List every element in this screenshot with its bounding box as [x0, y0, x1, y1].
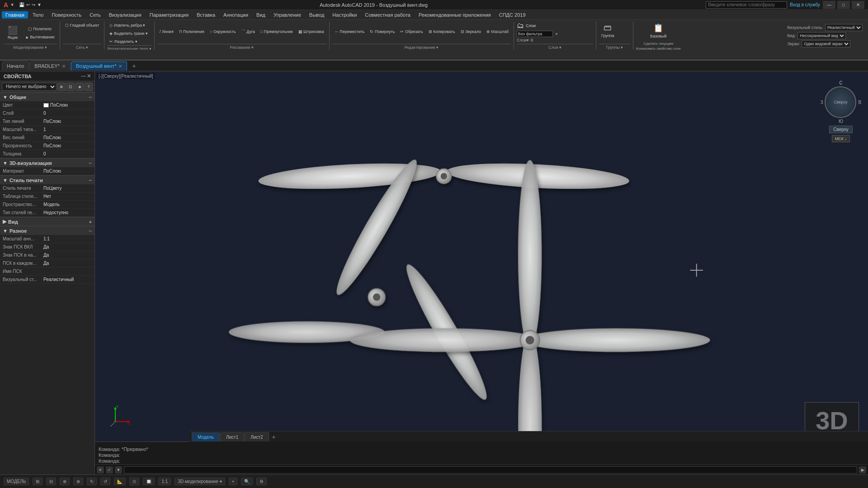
view-select[interactable]: Несохраненный вид [797, 32, 846, 39]
props-section-view[interactable]: ▶ Вид + [0, 217, 94, 226]
quick-access-undo[interactable]: ↩ [26, 2, 30, 7]
close-button[interactable]: ✕ [852, 1, 864, 9]
props-select-all[interactable]: ◈ [75, 83, 84, 91]
3d-collapse[interactable]: − [89, 160, 92, 166]
ribbon-btn-move[interactable]: ↔ Переместить [332, 28, 367, 35]
visual-style-select[interactable]: Реалистичный [825, 24, 863, 31]
misc-collapse[interactable]: − [89, 228, 92, 234]
ribbon-btn-copy-props[interactable]: Копировать свойства слоя [636, 47, 680, 50]
ribbon-btn-arc[interactable]: ⌒ Дуга [239, 28, 257, 36]
ribbon-btn-copy[interactable]: ⊞ Копировать [426, 28, 458, 35]
menu-body[interactable]: Тело [29, 11, 47, 19]
sheet-tab-2[interactable]: Лист2 [245, 432, 269, 441]
statusbar-search[interactable]: 🔍 [241, 478, 253, 485]
minimize-button[interactable]: — [823, 1, 835, 9]
doc-tab-bradley[interactable]: BRADLEY* ✕ [29, 61, 71, 70]
ribbon-btn-hatch[interactable]: ▦ Штриховка [296, 28, 326, 35]
statusbar-osnap[interactable]: ↻ [87, 478, 97, 485]
cmd-clear-button[interactable]: ✕ [97, 466, 104, 474]
statusbar-snap[interactable]: ⊟ [46, 478, 56, 485]
statusbar-sel[interactable]: 🔲 [143, 478, 155, 485]
viewport[interactable]: [-][Сверху][Реалистичный] [95, 71, 868, 474]
maximize-button[interactable]: □ [837, 1, 850, 9]
props-object-selector[interactable]: Ничего не выбрано [2, 83, 57, 91]
doc-tab-add[interactable]: + [127, 61, 140, 70]
ribbon-btn-politel[interactable]: ▢ Политело [23, 25, 57, 33]
menu-annot[interactable]: Аннотации [220, 11, 252, 19]
print-collapse[interactable]: − [89, 177, 92, 183]
menu-output[interactable]: Вывод [306, 11, 328, 19]
ribbon-btn-baseview[interactable]: 📋 Базовый [648, 22, 669, 40]
props-section-general[interactable]: ▼ Общие − [0, 92, 94, 101]
ribbon-btn-layers[interactable]: Слои [526, 23, 536, 28]
ribbon-btn-box[interactable]: ⬛ Ящик [4, 25, 22, 41]
login-button[interactable]: Вход в службу [790, 2, 820, 7]
menu-home[interactable]: Главная [2, 11, 28, 19]
statusbar-model[interactable]: МОДЕЛЬ [4, 478, 29, 485]
doc-tab-home[interactable]: Начало [2, 61, 29, 70]
menu-collab[interactable]: Совместная работа [361, 11, 414, 19]
cmd-input-field[interactable] [124, 466, 857, 474]
quick-access-more[interactable]: ▼ [37, 2, 42, 7]
menu-settings[interactable]: Настройки [329, 11, 360, 19]
statusbar-lineweight[interactable]: 📐 [114, 478, 126, 485]
compass-view-button[interactable]: Сверху [829, 126, 852, 133]
menu-spds[interactable]: СПДС 2019 [495, 11, 529, 19]
menu-param[interactable]: Параметризация [146, 11, 192, 19]
layer-filter-input[interactable] [517, 31, 553, 37]
ribbon-btn-extract-edge[interactable]: ◇ Извлечь ребра ▾ [107, 22, 147, 29]
menu-apps[interactable]: Рекомендованные приложения [415, 11, 495, 19]
ribbon-btn-split[interactable]: ✂ Разделить ▾ [107, 38, 140, 45]
props-quick-select[interactable]: ⊡ [66, 83, 75, 91]
ribbon-btn-mirror[interactable]: ⊟ Зеркало [458, 28, 483, 35]
compass-ucs-button[interactable]: МСК ↓ [832, 135, 850, 142]
general-collapse[interactable]: − [89, 94, 92, 100]
props-minimize[interactable]: — [81, 73, 86, 79]
statusbar-polar[interactable]: ⊗ [73, 478, 83, 485]
statusbar-plus[interactable]: + [229, 478, 238, 485]
cmd-chevron-button[interactable]: ▼ [115, 466, 122, 474]
props-help[interactable]: ? [85, 83, 93, 91]
ribbon-btn-scale[interactable]: ⊕ Масштаб [484, 28, 511, 35]
sheet-tab-1[interactable]: Лист1 [220, 432, 244, 441]
quick-access-redo[interactable]: ↪ [32, 2, 35, 7]
ribbon-btn-extrude[interactable]: ▲ Вытягивание [23, 33, 57, 41]
statusbar-scale[interactable]: 1:1 [158, 478, 171, 485]
ribbon-btn-polyline[interactable]: ⊓ Полилиния [177, 28, 207, 35]
statusbar-transparency[interactable]: ⊙ [129, 478, 139, 485]
statusbar-settings[interactable]: ⚙ [256, 478, 267, 485]
statusbar-workspace[interactable]: 3D-моделирование ▾ [175, 478, 225, 485]
cmd-arrow-button[interactable]: ▶ [859, 466, 866, 474]
statusbar-otrack[interactable]: ↺ [100, 478, 110, 485]
ribbon-btn-rotate[interactable]: ↻ Повернуть [368, 28, 397, 35]
doc-tab-bradley-close[interactable]: ✕ [62, 64, 66, 69]
menu-insert[interactable]: Вставка [193, 11, 219, 19]
quick-access-save[interactable]: 💾 [19, 2, 24, 7]
ribbon-btn-rect[interactable]: □ Прямоугольник [258, 28, 295, 35]
compass-circle[interactable]: Сверху [825, 86, 856, 118]
cmd-enter-button[interactable]: ✓ [106, 466, 113, 474]
props-toggle-picker[interactable]: ⊕ [57, 83, 66, 91]
menu-viz[interactable]: Визуализация [105, 11, 145, 19]
props-section-print[interactable]: ▼ Стиль печати − [0, 175, 94, 184]
menu-surface[interactable]: Поверхность [48, 11, 85, 19]
doc-tab-propeller-close[interactable]: ✕ [118, 64, 122, 69]
view-add[interactable]: + [89, 219, 92, 225]
menu-view[interactable]: Вид [253, 11, 269, 19]
search-input[interactable] [706, 1, 787, 9]
ribbon-btn-trim[interactable]: ✂ Обрезать [398, 28, 425, 35]
ribbon-btn-smooth[interactable]: ⬡ Гладкий объект [63, 22, 102, 29]
doc-tab-propeller[interactable]: Воздушный винт* ✕ [71, 61, 127, 70]
props-close[interactable]: ✕ [87, 73, 91, 79]
statusbar-ortho[interactable]: ⊕ [60, 478, 70, 485]
ribbon-btn-extract-face[interactable]: ◈ Выделить грани ▾ [107, 30, 150, 37]
ribbon-btn-line[interactable]: / Линия [157, 28, 176, 35]
props-section-misc[interactable]: ▼ Разное − [0, 226, 94, 235]
menu-mesh[interactable]: Сеть [86, 11, 104, 19]
app-menu-icon[interactable]: ▼ [10, 2, 14, 7]
ribbon-btn-circle[interactable]: ○ Окружность [208, 28, 238, 35]
sheet-tab-model[interactable]: Модель [192, 432, 220, 441]
menu-manage[interactable]: Управление [270, 11, 305, 19]
add-sheet-button[interactable]: + [269, 433, 278, 441]
statusbar-grid[interactable]: ⊞ [33, 478, 42, 485]
